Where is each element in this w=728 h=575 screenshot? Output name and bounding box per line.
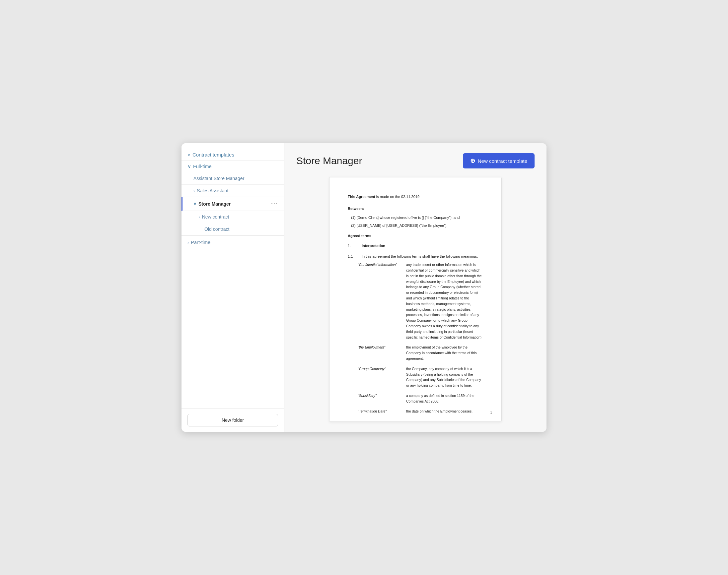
main-content: Store Manager ⊕ New contract template Th… xyxy=(284,143,546,432)
app-container: ∨ Contract templates ∨ Full-time Assista… xyxy=(182,143,546,432)
doc-section-11: 1.1 In this agreement the following term… xyxy=(348,254,483,260)
doc-party-2: (2) [USER_NAME] of [USER_ADDRESS] ("the … xyxy=(351,223,483,229)
new-template-label: New contract template xyxy=(478,158,527,164)
sidebar-sub-item-label-old: Old contract xyxy=(204,227,229,232)
sidebar-root-header[interactable]: ∨ Contract templates xyxy=(182,149,284,160)
document-preview: This Agreement is made on the 02.11.2019… xyxy=(329,177,502,422)
doc-party-1-text: (1) [Demo Client] whose registered offiv… xyxy=(351,215,460,221)
doc-definition-row: "Subsidiary"a company as defined in sect… xyxy=(358,393,483,404)
doc-section-11-num: 1.1 xyxy=(348,254,357,260)
doc-definition-row: "Termination Date"the date on which the … xyxy=(358,409,483,414)
chevron-right-icon-new: › xyxy=(199,215,200,219)
chevron-down-icon-fulltime: ∨ xyxy=(188,164,191,169)
doc-definition-row: "Confidential Information"any trade secr… xyxy=(358,262,483,340)
doc-def-term: "Subsidiary" xyxy=(358,393,401,404)
doc-section-1-title: Interpretation xyxy=(362,243,385,249)
sidebar-fulltime-label: Full-time xyxy=(193,164,212,169)
doc-intro-text: is made on the 02.11.2019 xyxy=(375,195,419,199)
sidebar-fulltime-header[interactable]: ∨ Full-time xyxy=(182,161,284,172)
doc-def-meaning: the date on which the Employment ceases. xyxy=(406,409,483,414)
doc-def-meaning: any trade secret or other information wh… xyxy=(406,262,483,340)
chevron-down-icon: ∨ xyxy=(188,153,190,157)
doc-agreed-terms: Agreed terms xyxy=(348,233,483,239)
doc-def-meaning: the Company, any company of which it is … xyxy=(406,366,483,388)
plus-icon: ⊕ xyxy=(470,157,475,165)
doc-def-meaning: the employment of the Employee by the Co… xyxy=(406,344,483,361)
doc-intro: This Agreement is made on the 02.11.2019 xyxy=(348,194,483,200)
doc-party-1: (1) [Demo Client] whose registered offiv… xyxy=(351,215,483,221)
sidebar-footer: New folder xyxy=(182,408,284,432)
sidebar-content: ∨ Contract templates ∨ Full-time Assista… xyxy=(182,143,284,408)
store-manager-menu-icon[interactable]: ··· xyxy=(271,200,278,207)
doc-definition-row: "Group Company"the Company, any company … xyxy=(358,366,483,388)
doc-intro-bold: This Agreement xyxy=(348,195,375,199)
new-template-button[interactable]: ⊕ New contract template xyxy=(463,153,535,168)
sidebar-item-sales-assistant[interactable]: › Sales Assistant xyxy=(182,185,284,197)
doc-party-2-text: (2) [USER_NAME] of [USER_ADDRESS] ("the … xyxy=(351,223,448,229)
sidebar-sub-item-old-contract[interactable]: Old contract xyxy=(182,223,284,235)
doc-definition-row: "the Employment"the employment of the Em… xyxy=(358,344,483,361)
sidebar-root-group: ∨ Contract templates xyxy=(182,149,284,161)
doc-def-meaning: a company as defined in section 1159 of … xyxy=(406,393,483,404)
main-header: Store Manager ⊕ New contract template xyxy=(296,153,535,168)
sidebar-parttime-label: Part-time xyxy=(191,240,210,245)
doc-definitions: "Confidential Information"any trade secr… xyxy=(358,262,483,414)
sidebar-root-label: Contract templates xyxy=(192,152,234,158)
doc-def-term: "Termination Date" xyxy=(358,409,401,414)
doc-section-1-header: 1. Interpretation xyxy=(348,243,483,251)
chevron-right-icon-parttime: › xyxy=(188,240,189,245)
sidebar-sub-item-new-contract[interactable]: › New contract xyxy=(182,211,284,223)
sidebar-parttime-header[interactable]: › Part-time xyxy=(182,236,284,249)
sidebar: ∨ Contract templates ∨ Full-time Assista… xyxy=(182,143,284,432)
sidebar-item-store-manager[interactable]: ∨ Store Manager ··· xyxy=(182,197,284,211)
sidebar-item-label-assistant: Assistant Store Manager xyxy=(193,176,244,181)
doc-page-number: 1 xyxy=(490,410,492,415)
sidebar-item-label-store: Store Manager xyxy=(198,201,231,207)
doc-def-term: "Confidential Information" xyxy=(358,262,401,340)
sidebar-fulltime-group: ∨ Full-time Assistant Store Manager › Sa… xyxy=(182,161,284,236)
doc-def-term: "the Employment" xyxy=(358,344,401,361)
chevron-down-icon-store: ∨ xyxy=(193,202,196,206)
chevron-right-icon-sales: › xyxy=(193,188,195,193)
doc-between: Between: xyxy=(348,206,483,212)
doc-section-11-text: In this agreement the following terms sh… xyxy=(362,254,478,260)
doc-def-term: "Group Company" xyxy=(358,366,401,388)
sidebar-sub-item-label-new: New contract xyxy=(202,214,229,219)
sidebar-item-label-sales: Sales Assistant xyxy=(197,188,228,193)
page-title: Store Manager xyxy=(296,155,362,166)
doc-section-1-num: 1. xyxy=(348,243,357,251)
sidebar-item-assistant-store-manager[interactable]: Assistant Store Manager xyxy=(182,172,284,185)
new-folder-button[interactable]: New folder xyxy=(188,414,278,427)
doc-parties: (1) [Demo Client] whose registered offiv… xyxy=(351,215,483,229)
